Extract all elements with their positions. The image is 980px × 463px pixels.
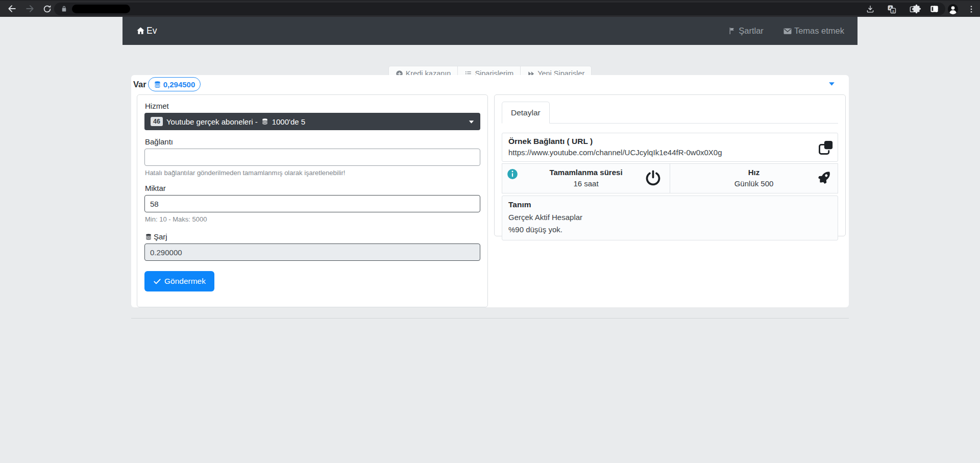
refresh-icon[interactable] bbox=[41, 3, 53, 15]
completion-label: Tamamlanma süresi bbox=[525, 168, 647, 177]
charge-label: Şarj bbox=[154, 232, 167, 241]
service-rate: 1000'de 5 bbox=[272, 117, 305, 126]
sample-link-label: Örnek Bağlantı ( URL ) bbox=[508, 137, 831, 146]
brand-label: Ev bbox=[146, 26, 157, 36]
description-label: Tanım bbox=[508, 200, 831, 209]
balance-accordion-header[interactable]: Var 0,294500 bbox=[131, 75, 849, 93]
check-icon bbox=[153, 277, 161, 285]
rocket-icon bbox=[813, 165, 836, 188]
footer-divider bbox=[131, 318, 849, 319]
speed-value: Günlük 500 bbox=[693, 179, 815, 188]
balance-amount: 0,294500 bbox=[163, 80, 195, 89]
browser-toolbar: Aa bbox=[0, 0, 980, 17]
service-name: Youtube gerçek aboneleri - bbox=[166, 117, 258, 126]
link-hint: Hatalı bağlantılar gönderilmeden tamamla… bbox=[145, 169, 480, 177]
flag-icon bbox=[728, 27, 737, 35]
service-id-badge: 46 bbox=[151, 117, 163, 126]
description-line: Gerçek Aktif Hesaplar bbox=[508, 213, 831, 222]
balance-badge: 0,294500 bbox=[148, 77, 201, 91]
envelope-icon bbox=[783, 27, 792, 36]
link-input[interactable] bbox=[144, 149, 480, 166]
lock-icon[interactable] bbox=[60, 5, 68, 13]
back-icon[interactable] bbox=[6, 3, 18, 15]
coins-icon bbox=[145, 233, 152, 240]
completion-cell: Tamamlanma süresi 16 saat bbox=[502, 163, 670, 193]
quantity-input[interactable] bbox=[144, 195, 480, 212]
speed-cell: Hız Günlük 500 bbox=[670, 163, 838, 193]
submit-button[interactable]: Göndermek bbox=[144, 271, 214, 291]
extensions-puzzle-icon[interactable] bbox=[912, 4, 921, 14]
download-icon[interactable] bbox=[866, 5, 875, 14]
redacted-url bbox=[72, 5, 130, 13]
contact-link[interactable]: Temas etmek bbox=[783, 26, 844, 36]
order-panel: Var 0,294500 Hizmet 46 Youtube gerçek ab… bbox=[131, 75, 849, 307]
balance-label: Var bbox=[133, 80, 146, 89]
sample-link-url: https://www.youtube.com/channel/UCJcylqI… bbox=[508, 148, 831, 157]
details-card: Detaylar Örnek Bağlantı ( URL ) https://… bbox=[494, 94, 846, 236]
side-panel-icon[interactable] bbox=[929, 4, 939, 14]
tab-details[interactable]: Detaylar bbox=[502, 102, 550, 124]
description-box: Tanım Gerçek Aktif Hesaplar %90 düşüş yo… bbox=[502, 196, 838, 240]
service-info-row: Tamamlanma süresi 16 saat Hız Günlük 500 bbox=[502, 163, 838, 193]
description-line: %90 düşüş yok. bbox=[508, 225, 831, 234]
service-label: Hizmet bbox=[145, 102, 480, 110]
link-label: Bağlantı bbox=[145, 137, 480, 146]
power-icon bbox=[645, 169, 662, 186]
details-tabs: Detaylar bbox=[502, 102, 838, 124]
service-select[interactable]: 46 Youtube gerçek aboneleri - 1000'de 5 bbox=[144, 113, 480, 130]
info-icon bbox=[507, 168, 518, 180]
completion-value: 16 saat bbox=[525, 179, 647, 188]
collapse-caret-icon[interactable] bbox=[828, 82, 835, 86]
terms-link[interactable]: Şartlar bbox=[728, 26, 764, 36]
charge-label-row: Şarj bbox=[145, 232, 480, 241]
quantity-label: Miktar bbox=[145, 184, 480, 192]
coins-icon bbox=[261, 118, 268, 125]
charge-input bbox=[144, 243, 480, 261]
coins-icon bbox=[154, 81, 161, 88]
home-link[interactable]: Ev bbox=[136, 26, 157, 36]
order-form-card: Hizmet 46 Youtube gerçek aboneleri - 100… bbox=[137, 94, 488, 307]
sample-link-box: Örnek Bağlantı ( URL ) https://www.youtu… bbox=[502, 133, 838, 162]
browser-menu-icon[interactable] bbox=[967, 5, 976, 14]
copy-icon[interactable] bbox=[818, 140, 834, 155]
svg-text:a: a bbox=[892, 9, 894, 12]
address-bar[interactable]: Aa bbox=[54, 3, 945, 15]
profile-avatar[interactable] bbox=[947, 4, 959, 15]
forward-icon[interactable] bbox=[23, 3, 36, 15]
select-caret-icon bbox=[469, 120, 474, 124]
translate-icon[interactable]: Aa bbox=[887, 5, 896, 14]
home-icon bbox=[136, 26, 145, 36]
quantity-hint: Min: 10 - Maks: 5000 bbox=[145, 215, 480, 223]
site-navbar: Ev Şartlar Temas etmek bbox=[122, 17, 857, 45]
speed-label: Hız bbox=[693, 168, 815, 177]
